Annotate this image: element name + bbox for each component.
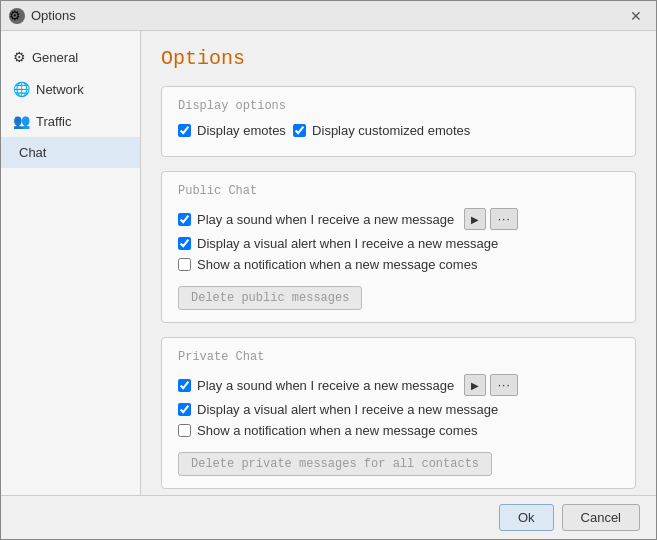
- sidebar-item-network[interactable]: 🌐 Network: [1, 73, 140, 105]
- public-sound-checkbox[interactable]: [178, 213, 191, 226]
- private-notification-row: Show a notification when a new message c…: [178, 423, 619, 438]
- display-emotes-row: Display emotes Display customized emotes: [178, 123, 619, 138]
- traffic-icon: 👥: [13, 113, 30, 129]
- private-dots-button[interactable]: ···: [490, 374, 518, 396]
- options-window: ⚙ Options ✕ ⚙ General 🌐 Network 👥 Traffi…: [0, 0, 657, 540]
- delete-public-messages-button[interactable]: Delete public messages: [178, 286, 362, 310]
- title-bar: ⚙ Options ✕: [1, 1, 656, 31]
- ok-button[interactable]: Ok: [499, 504, 554, 531]
- public-play-button[interactable]: ▶: [464, 208, 486, 230]
- private-sound-controls: ▶ ···: [458, 374, 518, 396]
- display-emotes-label: Display emotes: [197, 123, 286, 138]
- private-play-button[interactable]: ▶: [464, 374, 486, 396]
- display-options-section: Display options Display emotes Display c…: [161, 86, 636, 157]
- private-visual-label: Display a visual alert when I receive a …: [197, 402, 498, 417]
- private-chat-title: Private Chat: [178, 350, 619, 364]
- private-visual-row: Display a visual alert when I receive a …: [178, 402, 619, 417]
- network-icon: 🌐: [13, 81, 30, 97]
- public-notification-label: Show a notification when a new message c…: [197, 257, 477, 272]
- window-title: Options: [31, 8, 624, 23]
- private-sound-checkbox[interactable]: [178, 379, 191, 392]
- public-notification-row: Show a notification when a new message c…: [178, 257, 619, 272]
- display-options-title: Display options: [178, 99, 619, 113]
- public-notification-checkbox[interactable]: [178, 258, 191, 271]
- sidebar-item-traffic[interactable]: 👥 Traffic: [1, 105, 140, 137]
- public-sound-row: Play a sound when I receive a new messag…: [178, 208, 619, 230]
- sidebar-item-network-label: Network: [36, 82, 84, 97]
- public-dots-button[interactable]: ···: [490, 208, 518, 230]
- public-chat-section: Public Chat Play a sound when I receive …: [161, 171, 636, 323]
- private-sound-row: Play a sound when I receive a new messag…: [178, 374, 619, 396]
- sidebar-item-general-label: General: [32, 50, 78, 65]
- private-chat-section: Private Chat Play a sound when I receive…: [161, 337, 636, 489]
- delete-private-messages-button[interactable]: Delete private messages for all contacts: [178, 452, 492, 476]
- close-button[interactable]: ✕: [624, 6, 648, 26]
- public-sound-controls: ▶ ···: [458, 208, 518, 230]
- sidebar-item-general[interactable]: ⚙ General: [1, 41, 140, 73]
- main-panel: Options Display options Display emotes D…: [141, 31, 656, 495]
- sidebar-item-traffic-label: Traffic: [36, 114, 71, 129]
- sidebar: ⚙ General 🌐 Network 👥 Traffic Chat: [1, 31, 141, 495]
- private-notification-label: Show a notification when a new message c…: [197, 423, 477, 438]
- page-title: Options: [161, 47, 636, 70]
- private-visual-checkbox[interactable]: [178, 403, 191, 416]
- display-emotes-checkbox[interactable]: [178, 124, 191, 137]
- window-icon: ⚙: [9, 8, 25, 24]
- sidebar-item-chat[interactable]: Chat: [1, 137, 140, 168]
- sidebar-item-chat-label: Chat: [19, 145, 46, 160]
- public-visual-label: Display a visual alert when I receive a …: [197, 236, 498, 251]
- general-icon: ⚙: [13, 49, 26, 65]
- public-chat-title: Public Chat: [178, 184, 619, 198]
- bottom-bar: Ok Cancel: [1, 495, 656, 539]
- display-customized-emotes-checkbox[interactable]: [293, 124, 306, 137]
- content-area: ⚙ General 🌐 Network 👥 Traffic Chat Optio…: [1, 31, 656, 495]
- cancel-button[interactable]: Cancel: [562, 504, 640, 531]
- public-visual-checkbox[interactable]: [178, 237, 191, 250]
- private-notification-checkbox[interactable]: [178, 424, 191, 437]
- public-visual-row: Display a visual alert when I receive a …: [178, 236, 619, 251]
- private-sound-label: Play a sound when I receive a new messag…: [197, 378, 454, 393]
- display-customized-emotes-label: Display customized emotes: [312, 123, 470, 138]
- public-sound-label: Play a sound when I receive a new messag…: [197, 212, 454, 227]
